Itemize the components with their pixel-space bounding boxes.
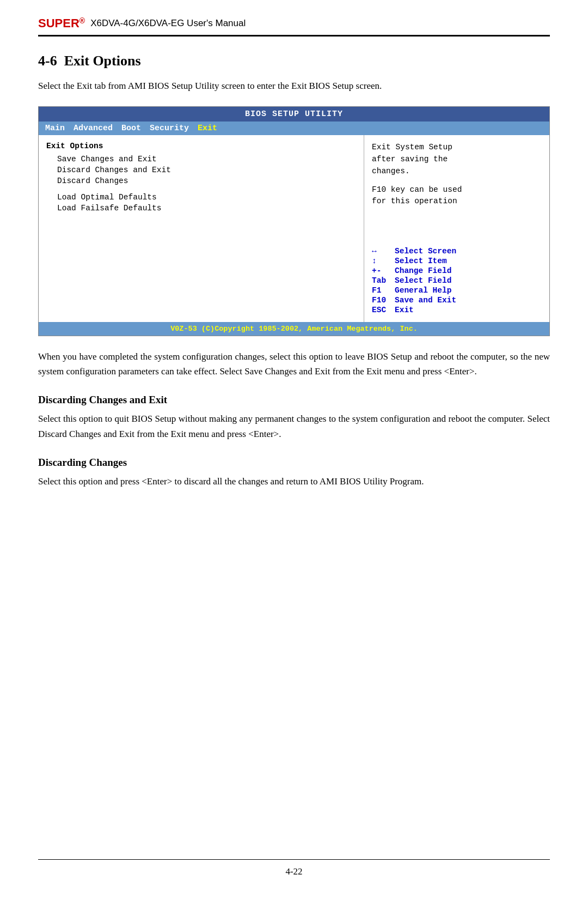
key-row-change: +- Change Field [372,266,542,275]
subsection-discard: Discarding Changes Select this option an… [38,457,550,489]
spacer-right [372,214,542,247]
general-help-label: General Help [395,286,451,295]
f1-key: F1 [372,286,391,295]
footer-divider [38,859,550,860]
load-optimal[interactable]: Load Optimal Defaults [46,193,356,202]
page-header: SUPER® X6DVA-4G/X6DVA-EG User's Manual [38,16,550,37]
page-number: 4-22 [285,866,302,877]
change-field-label: Change Field [395,266,451,275]
info-line-4: F10 key can be used [372,185,462,194]
info-line-1: Exit System Setup [372,143,452,151]
key-row-tab: Tab Select Field [372,276,542,285]
bios-setup-box: BIOS SETUP UTILITY Main Advanced Boot Se… [38,106,550,336]
menu-security[interactable]: Security [150,124,189,133]
spacer1 [46,187,356,193]
select-screen-label: Select Screen [395,247,456,256]
subsection-discard-exit: Discarding Changes and Exit Select this … [38,394,550,441]
key-section: ↔ Select Screen ↕ Select Item +- Change … [372,247,542,314]
body-paragraph-1: When you have completed the system confi… [38,349,550,379]
esc-key: ESC [372,306,391,314]
section-heading: 4-6 Exit Options [38,53,550,69]
exit-options-title: Exit Options [46,142,356,150]
bios-footer: V0Z-53 (C)Copyright 1985-2002, American … [39,322,549,336]
menu-boot[interactable]: Boot [121,124,141,133]
menu-main[interactable]: Main [45,124,65,133]
save-exit-label: Save and Exit [395,296,456,305]
exit-label: Exit [395,306,414,314]
brand-logo: SUPER® [38,16,85,31]
arrow-ud-icon: ↕ [372,257,391,265]
info-line-3: changes. [372,167,410,175]
menu-advanced[interactable]: Advanced [74,124,113,133]
save-changes-exit[interactable]: Save Changes and Exit [46,155,356,163]
key-row-f1: F1 General Help [372,286,542,295]
bios-info-text-2: F10 key can be used for this operation [372,184,542,208]
subsection-text-2: Select this option and press <Enter> to … [38,474,550,489]
section-title: Exit Options [64,53,141,69]
key-row-f10: F10 Save and Exit [372,296,542,305]
intro-paragraph: Select the Exit tab from AMI BIOS Setup … [38,79,550,93]
subsection-text-1: Select this option to quit BIOS Setup wi… [38,411,550,441]
select-field-label: Select Field [395,276,451,285]
load-failsafe[interactable]: Load Failsafe Defaults [46,204,356,212]
bios-content: Exit Options Save Changes and Exit Disca… [39,135,549,322]
bios-title-bar: BIOS SETUP UTILITY [39,107,549,122]
super-text: SUPER [38,16,79,30]
info-line-2: after saving the [372,155,448,163]
discard-changes-exit[interactable]: Discard Changes and Exit [46,166,356,174]
manual-title: X6DVA-4G/X6DVA-EG User's Manual [90,18,246,29]
subsection-heading-1: Discarding Changes and Exit [38,394,550,406]
arrow-lr-icon: ↔ [372,247,391,256]
menu-exit[interactable]: Exit [198,124,217,133]
bios-menu-bar: Main Advanced Boot Security Exit [39,122,549,135]
select-item-label: Select Item [395,257,447,265]
bios-info-text: Exit System Setup after saving the chang… [372,142,542,177]
bios-right-panel: Exit System Setup after saving the chang… [364,135,549,322]
bios-left-panel: Exit Options Save Changes and Exit Disca… [39,135,364,322]
section-number: 4-6 [38,53,57,69]
info-line-5: for this operation [372,197,457,205]
tab-key: Tab [372,276,391,285]
plus-minus-icon: +- [372,266,391,275]
reg-symbol: ® [79,16,85,25]
page-footer: 4-22 [38,859,550,877]
f10-key: F10 [372,296,391,305]
discard-changes[interactable]: Discard Changes [46,177,356,185]
key-row-item: ↕ Select Item [372,257,542,265]
key-row-screen: ↔ Select Screen [372,247,542,256]
key-row-esc: ESC Exit [372,306,542,314]
subsection-heading-2: Discarding Changes [38,457,550,469]
page-container: SUPER® X6DVA-4G/X6DVA-EG User's Manual 4… [0,0,588,899]
